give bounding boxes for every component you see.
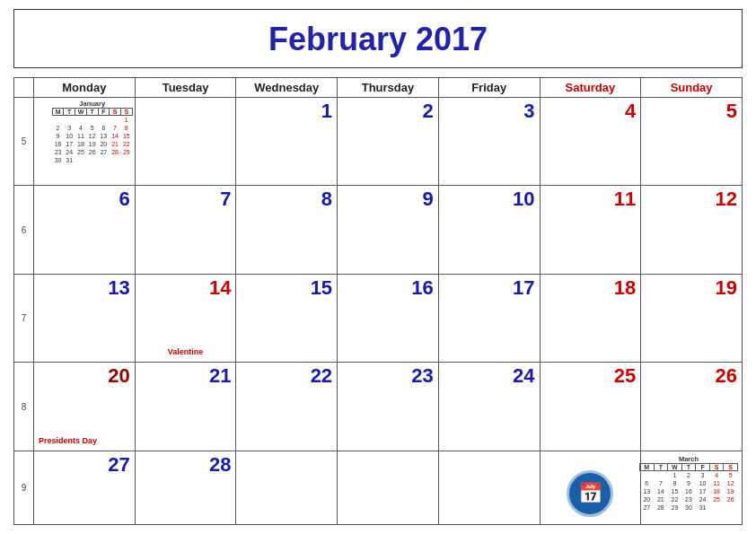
mj-d: 9 (52, 132, 64, 140)
day-feb-27: 27 (34, 451, 136, 524)
brand-logo: 📅 (567, 470, 613, 517)
mj-d: 7 (110, 124, 121, 132)
mm-row-3: 13141516171819 (640, 487, 738, 495)
mj-h-t: T (64, 109, 75, 116)
date-number: 1 (321, 101, 332, 122)
mm-d: 14 (654, 487, 668, 495)
date-number: 26 (716, 365, 737, 387)
week-num-9: 9 (14, 451, 34, 524)
mj-d: 3 (64, 124, 75, 132)
mm-d: 1 (668, 470, 682, 479)
date-number: 24 (513, 365, 534, 387)
date-number: 12 (716, 188, 737, 210)
day-feb-17: 17 (438, 274, 540, 362)
mm-d: 19 (724, 487, 738, 495)
date-number: 17 (513, 277, 534, 299)
day-feb-3: 3 (438, 98, 540, 186)
mm-d: 31 (696, 503, 710, 512)
mj-d (86, 156, 98, 164)
mj-d: 17 (64, 140, 75, 148)
mini-jan-body: 1 2345678 9101112131415 16171819202122 2… (52, 116, 132, 165)
header-tuesday: Tuesday (135, 78, 236, 98)
mini-mar-table: M T W T F S S 12345 (639, 463, 738, 512)
mj-d (52, 116, 64, 125)
day-feb-8: 8 (236, 186, 338, 274)
date-number: 23 (411, 365, 433, 387)
mm-d: 25 (709, 495, 724, 503)
mj-row-1: 1 (52, 116, 132, 125)
date-number: 7 (220, 188, 231, 210)
mj-d: 30 (52, 156, 64, 164)
mj-d: 8 (120, 124, 132, 132)
day-feb-25: 25 (540, 363, 641, 451)
mj-d: 15 (120, 132, 132, 140)
mj-d: 11 (75, 132, 87, 140)
calendar-body: 5 January M T W T F (14, 98, 743, 525)
page: February 2017 Monday Tuesday Wednesday T… (0, 0, 756, 534)
mj-d: 10 (64, 132, 75, 140)
mm-d: 10 (696, 479, 710, 487)
mj-row-6: 3031 (52, 156, 132, 164)
week-num-6: 6 (14, 186, 34, 274)
date-number: 27 (108, 454, 129, 476)
day-feb-21: 21 (135, 363, 236, 451)
mini-mar-title: March (639, 455, 738, 463)
mm-d: 5 (724, 470, 738, 479)
mj-row-2: 2345678 (52, 124, 132, 132)
mj-row-5: 23242526272829 (52, 148, 132, 156)
day-feb-26: 26 (641, 363, 743, 451)
mm-d: 28 (654, 503, 668, 512)
mm-d: 21 (654, 495, 668, 503)
date-number: 10 (513, 188, 534, 210)
mj-h-f: F (98, 109, 110, 116)
mj-d: 29 (120, 148, 132, 156)
mj-d: 2 (52, 124, 64, 132)
presidents-day-label: Presidents Day (39, 436, 97, 445)
mm-d: 9 (681, 479, 696, 487)
mj-row-3: 9101112131415 (52, 132, 132, 140)
mj-d: 19 (86, 140, 98, 148)
mj-d: 4 (75, 124, 87, 132)
day-feb-11: 11 (540, 186, 641, 274)
mm-d: 8 (668, 479, 682, 487)
mj-d (120, 156, 132, 164)
date-number: 28 (209, 454, 231, 476)
mj-d: 1 (120, 116, 132, 125)
day-logo-cell: 📅 (540, 451, 641, 524)
mm-d: 30 (681, 503, 696, 512)
mj-h-m: M (52, 109, 64, 116)
day-feb-18: 18 (540, 274, 641, 362)
mj-d: 27 (98, 148, 110, 156)
week-row-6: 6 6 7 8 9 10 11 12 (14, 186, 743, 274)
mm-d (724, 503, 738, 512)
date-number: 22 (311, 365, 332, 387)
day-feb-7: 7 (135, 186, 236, 274)
mj-d: 23 (52, 148, 64, 156)
day-cell-jan-mini: January M T W T F S S (34, 98, 136, 186)
week-row-9: 9 27 28 📅 March (14, 451, 743, 524)
mm-d (709, 503, 724, 512)
mj-d: 31 (64, 156, 75, 164)
header-thursday: Thursday (338, 78, 439, 98)
mm-h-su: S (724, 463, 738, 470)
header-saturday: Saturday (540, 78, 641, 98)
mm-d: 18 (709, 487, 724, 495)
date-number: 4 (625, 101, 636, 122)
mj-d: 21 (110, 140, 121, 148)
mj-d: 14 (110, 132, 121, 140)
day-feb-13: 13 (34, 274, 136, 362)
mm-d (654, 470, 668, 479)
date-number: 5 (726, 101, 737, 122)
mj-h-su: S (120, 109, 132, 116)
mj-d (98, 156, 110, 164)
mj-d: 28 (110, 148, 121, 156)
week-num-7: 7 (14, 274, 34, 362)
date-number: 15 (311, 277, 332, 299)
mj-d (75, 156, 87, 164)
mm-d: 2 (681, 470, 696, 479)
day-feb-20: 20 Presidents Day (34, 363, 136, 451)
date-number: 13 (108, 277, 129, 299)
day-empty-thu (338, 451, 439, 524)
mm-d: 16 (681, 487, 696, 495)
mj-d: 20 (98, 140, 110, 148)
